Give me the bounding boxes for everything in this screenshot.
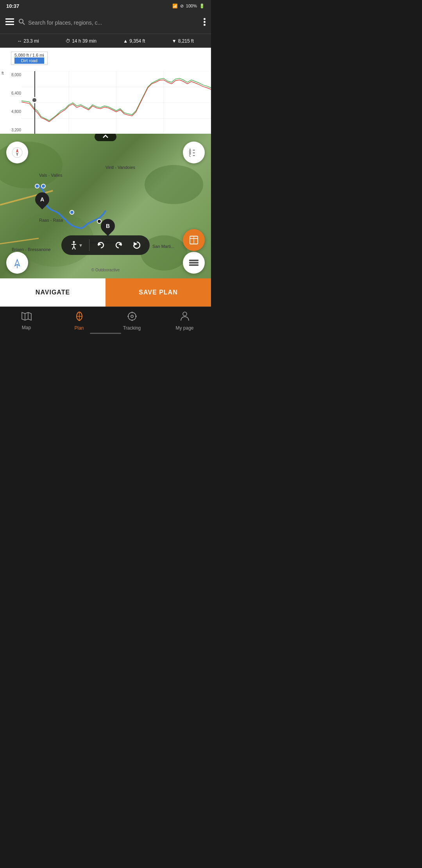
collapse-button[interactable] [95,134,116,141]
nav-indicator [90,333,121,334]
waypoint-b[interactable]: B [101,219,115,233]
svg-point-7 [204,24,206,26]
chart-tooltip-label: Dirt road [14,57,44,64]
more-button[interactable] [204,18,206,28]
compass-button[interactable] [6,142,28,163]
save-plan-button[interactable]: SAVE PLAN [106,278,211,307]
search-icon [19,19,25,27]
nav-label-map: Map [22,325,31,330]
signal-button[interactable] [6,252,28,274]
nav-item-tracking[interactable]: Tracking [106,311,158,331]
wifi-icon: 📶 [172,4,178,9]
nav-label-plan: Plan [74,325,84,331]
waypoint-a-marker: A [32,190,52,210]
status-time: 10:37 [6,3,19,9]
elevation-up-icon: ▲ [123,38,128,44]
svg-marker-37 [22,312,31,320]
map-area[interactable]: Vals - Valles Vintl - Vandoies Raas - Ra… [0,134,211,278]
elevation-down-icon: ▼ [172,38,177,44]
top-bar: Search for places, regions, c... [0,12,211,34]
toolbar-divider-1 [89,239,89,251]
orange-map-button[interactable] [183,229,205,251]
redo-button[interactable] [111,239,127,251]
svg-rect-23 [189,260,198,261]
svg-point-43 [131,315,133,317]
stat-elevation-up: ▲ 9,354 ft [123,38,145,44]
y-label-6400: 6,400 [2,91,21,95]
dnd-icon: ⊘ [180,4,184,9]
nav-icon-tracking [127,311,137,324]
distance-value: 23.3 mi [23,38,39,44]
search-placeholder: Search for places, regions, c... [28,20,102,26]
svg-marker-36 [134,242,138,246]
status-icons: 📶 ⊘ 100% 🔋 [172,4,205,9]
status-bar: 10:37 📶 ⊘ 100% 🔋 [0,0,211,12]
stats-bar: ↔ 23.3 mi ⏱ 14 h 39 min ▲ 9,354 ft ▼ 8,2… [0,34,211,48]
bottom-nav: Map Plan [0,307,211,335]
nav-item-mypage[interactable]: My page [158,311,211,331]
svg-rect-0 [5,18,14,20]
stat-duration: ⏱ 14 h 39 min [66,38,97,44]
action-buttons: NAVIGATE SAVE PLAN [0,278,211,307]
y-label-8000: 8,000 [2,73,21,77]
nav-icon-mypage [180,311,190,324]
elevation-chart-svg [21,71,211,134]
chart-y-axis: 8,000 6,400 4,800 3,200 [0,71,21,134]
chart-tooltip: 5,080 ft / 1.6 mi Dirt road [11,52,48,65]
battery-icon: 🔋 [199,4,205,9]
nav-item-map[interactable]: Map [0,312,53,330]
layers-button[interactable]: A ═ B ═ C ═ [183,142,205,163]
search-bar[interactable]: Search for places, regions, c... [19,19,199,27]
reset-button[interactable] [129,239,145,252]
undo-button[interactable] [93,239,109,251]
svg-rect-21 [189,264,198,266]
distance-icon: ↔ [17,38,22,44]
waypoint-a-label: A [40,196,44,203]
nav-icon-plan [75,311,83,324]
svg-text:C ═: C ═ [189,154,195,157]
chart-cursor-dot [31,97,38,103]
battery-label: 100% [186,4,197,8]
waypoint-b-marker: B [98,216,118,236]
svg-point-48 [183,312,187,316]
mode-dropdown-icon: ▾ [79,242,82,248]
route-svg [0,134,211,278]
route-dot-mid [70,210,74,215]
svg-line-33 [74,246,75,249]
elevation-chart[interactable]: 5,080 ft / 1.6 mi Dirt road ft 8,000 6,4… [0,48,211,134]
svg-rect-2 [5,24,14,25]
svg-point-29 [73,241,75,243]
copyright: © Outdooractive [91,268,120,272]
chart-tooltip-text: 5,080 ft / 1.6 mi [14,53,44,57]
svg-rect-1 [5,21,14,22]
waypoint-a[interactable]: A [35,192,49,206]
stat-distance: ↔ 23.3 mi [17,38,39,44]
y-label-4800: 4,800 [2,109,21,114]
menu-button[interactable] [5,18,14,27]
nav-label-mypage: My page [175,325,193,331]
copyright-text: © Outdooractive [91,268,120,272]
nav-label-tracking: Tracking [123,325,141,331]
nav-item-plan[interactable]: Plan [53,311,106,331]
elevation-down-value: 8,215 ft [178,38,194,44]
svg-point-42 [128,312,136,320]
svg-point-3 [19,19,23,23]
nav-icon-map [21,312,32,323]
mode-toolbar: ▾ [61,235,150,255]
elevation-up-value: 9,354 ft [129,38,145,44]
clock-icon: ⏱ [66,38,70,44]
waypoint-b-label: B [106,223,110,229]
route-dot-start-2 [41,184,46,188]
stat-elevation-down: ▼ 8,215 ft [172,38,194,44]
y-label-3200: 3,200 [2,128,21,132]
route-dot-start-1 [35,184,39,188]
mode-walk-button[interactable]: ▾ [66,239,86,252]
svg-point-6 [204,21,206,23]
navigate-button[interactable]: NAVIGATE [0,278,106,307]
svg-line-32 [72,246,74,249]
map-layers-button[interactable] [183,252,205,274]
svg-line-4 [23,23,25,25]
duration-value: 14 h 39 min [72,38,97,44]
svg-point-5 [204,18,206,20]
bottom-nav-wrapper: Map Plan [0,307,211,335]
